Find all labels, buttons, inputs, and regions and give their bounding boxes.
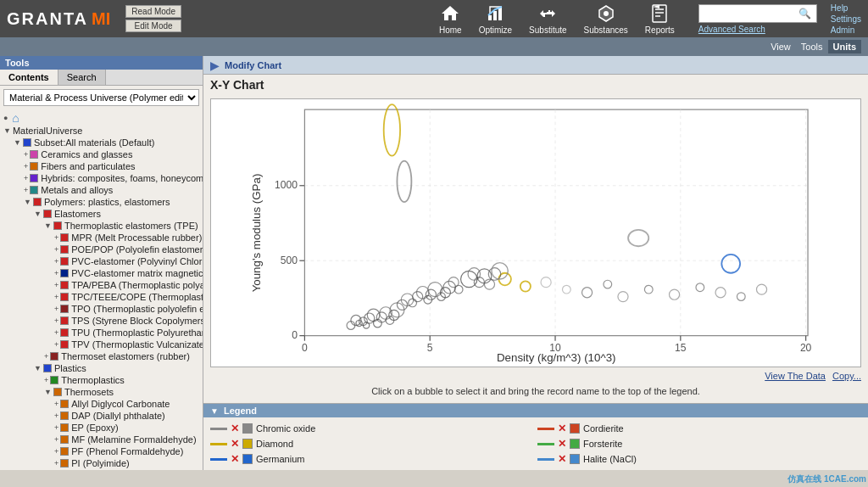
tree-expand-icon[interactable]: + xyxy=(44,376,48,384)
tree-expand-icon[interactable]: + xyxy=(54,435,58,444)
tree-expand-icon[interactable]: + xyxy=(54,340,58,349)
svg-rect-0 xyxy=(488,15,492,20)
view-data-link[interactable]: View The Data xyxy=(765,371,826,381)
legend-x-icon[interactable]: ✕ xyxy=(558,423,566,434)
tree-item[interactable]: +TPA/PEBA (Thermoplastic polya... xyxy=(0,279,203,291)
tree-item[interactable]: +PF (Phenol Formaldehyde) xyxy=(0,445,203,457)
legend-x-icon[interactable]: ✕ xyxy=(231,453,239,465)
tree-item[interactable]: +Hybrids: composites, foams, honeycombs xyxy=(0,172,203,184)
tree-item[interactable]: +Ceramics and glasses xyxy=(0,148,203,160)
tree-expand-icon[interactable]: ▼ xyxy=(44,388,52,396)
read-mode-button[interactable]: Read Mode xyxy=(125,5,181,18)
tree-item[interactable]: ▼Thermosets xyxy=(0,386,203,398)
tree-item[interactable]: ▼Thermoplastic elastomers (TPE) xyxy=(0,220,203,232)
universe-selector[interactable]: Material & Process Universe (Polymer edi… xyxy=(3,89,199,106)
edit-mode-button[interactable]: Edit Mode xyxy=(125,20,181,32)
chart-svg: Young's modulus (GPa) Density (kg/m^3) (… xyxy=(211,99,860,367)
tree-item-label: TPS (Styrene Block Copolymers) xyxy=(71,316,203,326)
tree-item[interactable]: ▼Elastomers xyxy=(0,208,203,220)
tree-expand-icon[interactable]: + xyxy=(54,269,58,277)
panel-tools-label: Tools xyxy=(5,58,30,68)
tree-expand-icon[interactable]: + xyxy=(54,447,58,456)
nav-substitute[interactable]: Substitute xyxy=(529,3,566,35)
nav-optimize[interactable]: Optimize xyxy=(479,3,512,35)
tree-expand-icon[interactable]: + xyxy=(54,411,58,420)
tree-expand-icon[interactable]: + xyxy=(54,233,58,242)
home-icon xyxy=(440,3,460,24)
tree-expand-icon[interactable]: ▼ xyxy=(34,364,42,372)
tree-expand-icon[interactable]: ▼ xyxy=(3,126,11,135)
tree-item-label: POE/POP (Polyolefin elastomer/P... xyxy=(71,244,203,255)
tree-expand-icon[interactable]: + xyxy=(54,257,58,266)
tree-expand-icon[interactable]: + xyxy=(54,305,58,313)
copy-link[interactable]: Copy... xyxy=(832,371,861,381)
tree-item[interactable]: +PUR (Polyurethane) xyxy=(0,469,203,470)
tree-expand-icon[interactable]: ▼ xyxy=(44,221,52,230)
settings-link[interactable]: Settings xyxy=(831,14,861,24)
tab-search[interactable]: Search xyxy=(58,70,106,85)
tree-expand-icon[interactable]: + xyxy=(54,245,58,254)
tree-item[interactable]: ▼Polymers: plastics, elastomers xyxy=(0,196,203,208)
tree-expand-icon[interactable]: + xyxy=(24,150,28,159)
tree-item[interactable]: +MPR (Melt Processable rubber) xyxy=(0,232,203,244)
tree-item[interactable]: ▼Subset:All materials (Default) xyxy=(0,137,203,148)
tools-button[interactable]: Tools xyxy=(796,40,828,53)
units-button[interactable]: Units xyxy=(828,40,862,53)
tree-item[interactable]: +EP (Epoxy) xyxy=(0,422,203,434)
tree-item[interactable]: +TPC/TEEE/COPE (Thermoplastic c... xyxy=(0,291,203,303)
tree-item[interactable]: ▼Plastics xyxy=(0,362,203,374)
tree-expand-icon[interactable]: + xyxy=(54,281,58,289)
nav-substances[interactable]: Substances xyxy=(584,3,628,35)
tree-item[interactable]: +TPV (Thermoplastic Vulcanizate) xyxy=(0,339,203,350)
admin-link[interactable]: Admin xyxy=(831,25,854,35)
tree-expand-icon[interactable]: ▼ xyxy=(34,210,42,218)
tree-item[interactable]: +Thermoplastics xyxy=(0,374,203,386)
tree-color-sq xyxy=(53,221,62,230)
tree-item[interactable]: +PI (Polyimide) xyxy=(0,457,203,469)
modify-chart-link[interactable]: Modify Chart xyxy=(225,60,281,70)
tree-expand-icon[interactable]: + xyxy=(24,162,28,171)
tree-item[interactable]: +Metals and alloys xyxy=(0,184,203,196)
tree-item[interactable]: +DAP (Diallyl phthalate) xyxy=(0,410,203,422)
tree-item[interactable]: +TPO (Thermoplastic polyolefin el... xyxy=(0,303,203,315)
tree-expand-icon[interactable]: + xyxy=(54,293,58,301)
tree-expand-icon[interactable]: + xyxy=(24,186,28,194)
tree-item[interactable]: ●⌂ xyxy=(0,111,203,125)
tree-item[interactable]: ▼MaterialUniverse xyxy=(0,125,203,137)
tree-expand-icon[interactable]: ▼ xyxy=(24,198,31,206)
tree-item[interactable]: +Fibers and particulates xyxy=(0,160,203,172)
tab-contents[interactable]: Contents xyxy=(0,70,58,85)
tree-item[interactable]: +Thermoset elastomers (rubber) xyxy=(0,350,203,362)
advanced-search-link[interactable]: Advanced Search xyxy=(698,25,817,34)
tree-expand-icon[interactable]: + xyxy=(24,174,28,182)
tree-color-sq xyxy=(50,376,58,384)
help-link[interactable]: Help xyxy=(831,3,849,13)
nav-reports[interactable]: Reports xyxy=(645,3,675,35)
chart-area[interactable]: Young's modulus (GPa) Density (kg/m^3) (… xyxy=(210,98,861,367)
tree-expand-icon[interactable]: + xyxy=(54,400,58,408)
legend-x-icon[interactable]: ✕ xyxy=(558,453,566,465)
tree-expand-icon[interactable]: + xyxy=(54,328,58,337)
legend-x-icon[interactable]: ✕ xyxy=(231,438,239,450)
legend-line xyxy=(210,428,227,430)
tree-expand-icon[interactable]: + xyxy=(54,316,58,325)
nav-home[interactable]: Home xyxy=(439,3,462,35)
legend-header[interactable]: ▼ Legend xyxy=(203,404,868,417)
tree-item[interactable]: +MF (Melamine Formaldehyde) xyxy=(0,434,203,445)
tree-expand-icon[interactable]: + xyxy=(54,423,58,432)
legend-x-icon[interactable]: ✕ xyxy=(558,438,566,450)
tree-item[interactable]: +TPU (Thermoplastic Polyurethane) xyxy=(0,327,203,339)
legend-x-icon[interactable]: ✕ xyxy=(231,423,239,434)
tree-expand-icon[interactable]: + xyxy=(54,459,58,467)
quick-search-input[interactable] xyxy=(704,8,789,19)
tree-item[interactable]: +POE/POP (Polyolefin elastomer/P... xyxy=(0,244,203,255)
tree-item[interactable]: +TPS (Styrene Block Copolymers) xyxy=(0,315,203,327)
tree-expand-icon[interactable]: + xyxy=(44,352,48,361)
tree-expand-icon[interactable]: ▼ xyxy=(14,138,21,147)
legend-item: ✕ Chromic oxide xyxy=(210,423,534,434)
tree-item[interactable]: +PVC-elastomer (Polyvinyl Chlorid... xyxy=(0,255,203,267)
tree-expand-icon[interactable]: ● xyxy=(3,114,8,122)
tree-item[interactable]: +PVC-elastomer matrix magnetic r... xyxy=(0,267,203,279)
view-button[interactable]: View xyxy=(765,40,796,53)
tree-item[interactable]: +Allyl Diglycol Carbonate xyxy=(0,398,203,410)
